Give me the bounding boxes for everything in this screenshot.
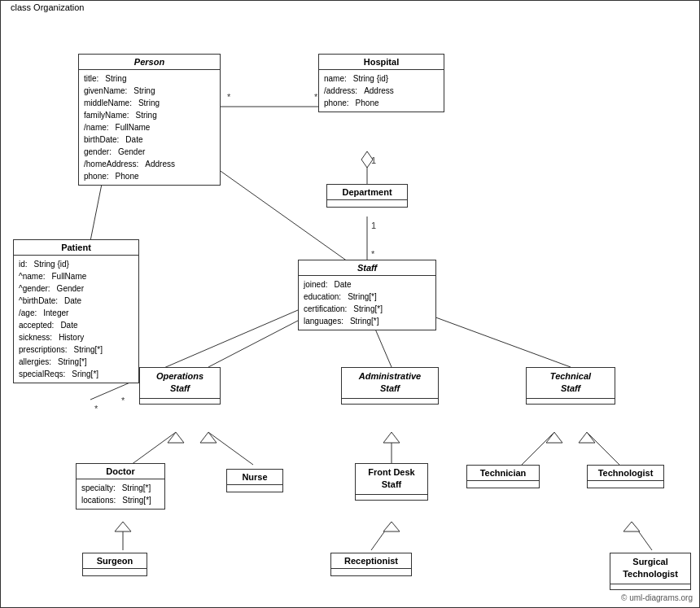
svg-line-26 <box>522 432 554 465</box>
svg-marker-27 <box>546 432 562 443</box>
diagram-title: class Organization <box>7 2 88 12</box>
person-class: Person title:String givenName:String mid… <box>78 54 221 186</box>
receptionist-class: Receptionist <box>330 553 412 576</box>
svg-line-32 <box>371 522 392 550</box>
front-desk-staff-header: Front DeskStaff <box>356 464 427 495</box>
svg-text:*: * <box>121 396 125 405</box>
surgical-technologist-header: SurgicalTechnologist <box>610 553 690 584</box>
svg-marker-23 <box>200 432 217 443</box>
staff-class: Staff joined:Date education:String[*] ce… <box>298 260 436 330</box>
technician-class: Technician <box>466 465 540 488</box>
hospital-header: Hospital <box>319 55 444 70</box>
administrative-staff-header: AdministrativeStaff <box>342 368 438 399</box>
patient-body: id:String {id} ^name:FullName ^gender:Ge… <box>14 256 138 383</box>
surgeon-header: Surgeon <box>83 553 147 569</box>
surgical-technologist-class: SurgicalTechnologist <box>610 553 691 590</box>
department-body <box>327 200 407 207</box>
receptionist-header: Receptionist <box>331 553 411 569</box>
patient-header: Patient <box>14 240 138 256</box>
svg-text:*: * <box>371 249 375 259</box>
svg-line-28 <box>587 432 619 465</box>
svg-marker-31 <box>115 522 131 531</box>
staff-header: Staff <box>299 260 435 276</box>
technical-staff-header: TechnicalStaff <box>527 368 615 399</box>
doctor-header: Doctor <box>77 464 164 479</box>
svg-line-22 <box>208 432 253 465</box>
department-class: Department <box>326 184 408 208</box>
person-header: Person <box>79 55 220 70</box>
hospital-body: name:String {id} /address:Address phone:… <box>319 70 444 112</box>
svg-marker-33 <box>383 522 400 531</box>
svg-line-20 <box>131 432 176 465</box>
nurse-class: Nurse <box>226 469 283 492</box>
front-desk-staff-class: Front DeskStaff <box>355 463 428 501</box>
administrative-staff-class: AdministrativeStaff <box>341 367 439 405</box>
technologist-class: Technologist <box>587 465 664 488</box>
svg-marker-35 <box>623 522 640 531</box>
svg-marker-21 <box>168 432 184 443</box>
hospital-class: Hospital name:String {id} /address:Addre… <box>318 54 444 112</box>
svg-text:1: 1 <box>371 155 376 165</box>
svg-marker-29 <box>579 432 595 443</box>
operations-staff-class: OperationsStaff <box>139 367 221 405</box>
doctor-body: specialty:String[*] locations:String[*] <box>77 479 164 509</box>
doctor-class: Doctor specialty:String[*] locations:Str… <box>76 463 165 510</box>
nurse-header: Nurse <box>227 470 282 485</box>
department-header: Department <box>327 185 407 200</box>
svg-line-34 <box>632 522 652 550</box>
technical-staff-class: TechnicalStaff <box>526 367 615 405</box>
patient-class: Patient id:String {id} ^name:FullName ^g… <box>13 239 139 383</box>
operations-staff-header: OperationsStaff <box>140 368 220 399</box>
svg-line-12 <box>204 160 359 269</box>
svg-marker-25 <box>383 432 400 443</box>
person-body: title:String givenName:String middleName… <box>79 70 220 185</box>
copyright-text: © uml-diagrams.org <box>621 593 693 602</box>
svg-marker-4 <box>361 151 373 168</box>
staff-body: joined:Date education:String[*] certific… <box>299 276 435 330</box>
svg-text:1: 1 <box>371 221 376 230</box>
technician-header: Technician <box>467 466 539 481</box>
svg-line-18 <box>416 310 571 367</box>
svg-text:*: * <box>94 404 98 413</box>
surgeon-class: Surgeon <box>82 553 147 576</box>
technologist-header: Technologist <box>588 466 663 481</box>
svg-text:*: * <box>227 92 231 102</box>
diagram-container: class Organization * * 1 * 1 * <box>0 0 700 608</box>
